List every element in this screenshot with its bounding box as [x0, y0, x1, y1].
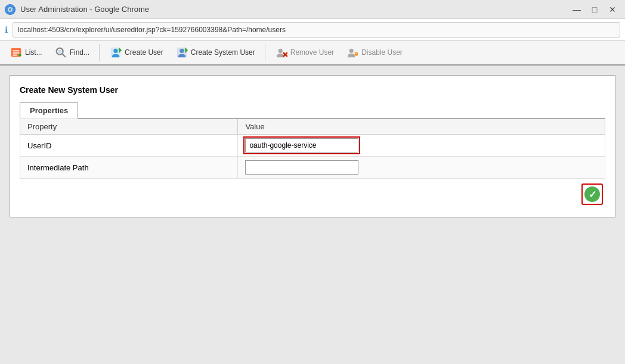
svg-point-12 [113, 49, 117, 53]
create-user-label: Create User [125, 48, 163, 57]
main-content: Create New System User Properties Proper… [0, 66, 625, 364]
svg-rect-4 [13, 50, 20, 51]
create-system-user-icon [175, 46, 188, 59]
svg-rect-22 [355, 52, 358, 54]
svg-point-17 [278, 49, 282, 53]
create-system-user-label: Create System User [191, 48, 255, 57]
address-bar: ℹ [0, 19, 625, 41]
svg-point-15 [180, 49, 184, 53]
create-user-button[interactable]: Create User [104, 43, 168, 61]
form-title: Create New System User [20, 85, 605, 95]
window-controls: — □ ✕ [569, 3, 620, 16]
svg-rect-5 [13, 52, 20, 54]
svg-point-2 [9, 8, 11, 11]
col-property: Property [20, 119, 238, 135]
browser-icon [5, 4, 16, 15]
list-label: List... [25, 48, 42, 57]
userid-value-cell [238, 135, 605, 157]
title-bar: User Administration - Google Chrome — □ … [0, 0, 625, 19]
userid-input[interactable] [245, 138, 358, 153]
tab-container: Properties Property Value UserID [20, 102, 605, 207]
remove-user-button[interactable]: Remove User [270, 43, 339, 61]
svg-point-10 [58, 49, 61, 52]
url-input[interactable] [13, 22, 620, 38]
submit-area: ✓ [20, 179, 605, 207]
svg-line-9 [62, 54, 65, 57]
tab-bar: Properties [20, 102, 605, 119]
separator-2 [265, 44, 265, 61]
remove-user-label: Remove User [290, 48, 334, 57]
intermediate-path-input[interactable] [245, 160, 358, 175]
col-value: Value [238, 119, 605, 135]
intermediate-path-row: Intermediate Path [20, 157, 605, 179]
userid-row: UserID [20, 135, 605, 157]
intermediate-path-value-cell [238, 157, 605, 179]
form-panel: Create New System User Properties Proper… [10, 75, 615, 217]
create-system-user-button[interactable]: Create System User [171, 43, 260, 61]
minimize-button[interactable]: — [569, 3, 584, 16]
tab-properties[interactable]: Properties [20, 102, 78, 119]
find-button[interactable]: Find... [49, 43, 94, 61]
submit-button[interactable]: ✓ [581, 183, 603, 205]
create-user-icon [109, 46, 122, 59]
find-icon [54, 46, 67, 59]
list-button[interactable]: List... [5, 43, 47, 61]
maximize-button[interactable]: □ [587, 3, 602, 16]
list-icon [10, 46, 23, 59]
svg-rect-6 [13, 55, 17, 56]
disable-user-button[interactable]: Disable User [341, 43, 407, 61]
separator-1 [99, 44, 100, 61]
close-button[interactable]: ✕ [605, 3, 620, 16]
window-title: User Administration - Google Chrome [20, 5, 569, 14]
intermediate-path-label: Intermediate Path [20, 157, 238, 179]
remove-user-icon [275, 46, 288, 59]
disable-user-icon [346, 46, 359, 59]
toolbar: List... Find... Create User [0, 41, 625, 66]
properties-table: Property Value UserID Intermediate Path [20, 119, 605, 179]
find-label: Find... [70, 48, 89, 57]
svg-point-20 [349, 49, 354, 53]
userid-label: UserID [20, 135, 238, 157]
info-icon: ℹ [5, 25, 8, 35]
disable-user-label: Disable User [361, 48, 403, 57]
checkmark-icon: ✓ [584, 186, 600, 202]
